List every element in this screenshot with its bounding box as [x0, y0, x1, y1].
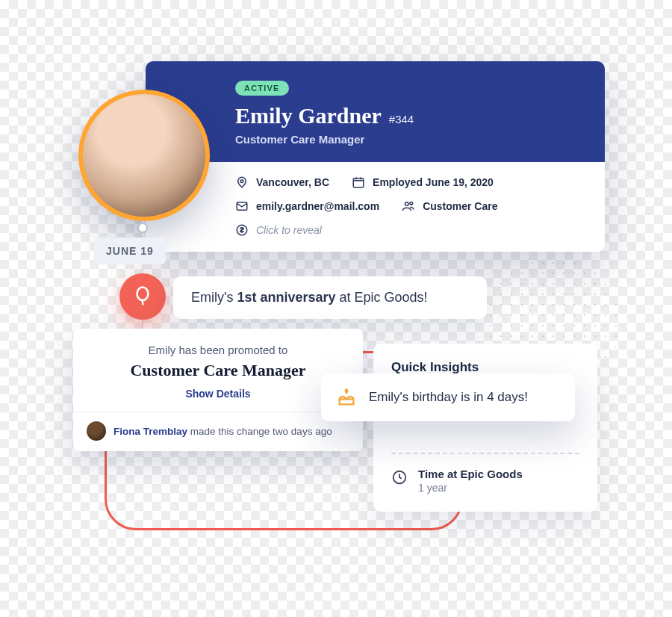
profile-card: ACTIVE Emily Gardner #344 Customer Care …: [146, 61, 605, 252]
promotion-card: Emily has been promoted to Customer Care…: [73, 329, 363, 451]
anniversary-event-card[interactable]: Emily's 1st anniversary at Epic Goods!: [173, 276, 487, 319]
avatar-image: [83, 94, 205, 217]
author-avatar[interactable]: [87, 421, 106, 441]
detail-salary[interactable]: Click to reveal: [235, 223, 322, 237]
salary-reveal-text: Click to reveal: [256, 224, 322, 236]
svg-rect-1: [353, 179, 364, 187]
svg-point-0: [240, 180, 243, 183]
svg-point-4: [410, 202, 413, 205]
birthday-callout[interactable]: Emily's birthday is in 4 days!: [321, 373, 575, 421]
profile-role: Customer Care Manager: [235, 133, 582, 146]
svg-point-3: [405, 202, 409, 206]
currency-icon: [235, 223, 249, 237]
svg-point-6: [137, 288, 149, 301]
profile-name: Emily Gardner: [235, 103, 382, 128]
detail-employed: Employed June 19, 2020: [352, 176, 494, 189]
quick-insights-title: Quick Insights: [391, 360, 579, 375]
divider: [73, 412, 363, 412]
email-text: emily.gardner@mail.com: [256, 200, 379, 212]
detail-team: Customer Care: [402, 199, 497, 213]
anniversary-text-prefix: Emily's: [191, 290, 237, 305]
detail-email[interactable]: emily.gardner@mail.com: [235, 199, 379, 213]
avatar[interactable]: [78, 90, 210, 221]
profile-header: ACTIVE Emily Gardner #344 Customer Care …: [146, 61, 605, 162]
quick-insights-card: Quick Insights Time at Epic Goods 1 year: [373, 344, 597, 512]
anniversary-text-suffix: at Epic Goods!: [336, 290, 428, 305]
clock-icon: [391, 469, 408, 486]
promotion-title: Customer Care Manager: [87, 361, 349, 380]
profile-id: #344: [389, 113, 414, 125]
anniversary-text-bold: 1st anniversary: [237, 290, 335, 305]
insights-divider: [391, 453, 579, 454]
timeline-date-pill: JUNE 19: [94, 238, 166, 264]
profile-details: Vancouver, BC Employed June 19, 2020 emi…: [146, 162, 605, 252]
detail-location: Vancouver, BC: [235, 176, 329, 189]
timeline-dot: [137, 223, 148, 233]
mail-icon: [235, 199, 249, 213]
birthday-text: Emily's birthday is in 4 days!: [369, 390, 528, 405]
promotion-footer-suffix: made this change two days ago: [187, 426, 332, 437]
status-badge: ACTIVE: [235, 81, 289, 96]
team-text: Customer Care: [423, 200, 497, 212]
insight-tenure-row: Time at Epic Goods 1 year: [391, 468, 579, 494]
tenure-label: Time at Epic Goods: [418, 468, 523, 480]
employed-text: Employed June 19, 2020: [373, 176, 494, 188]
birthday-cake-icon: [336, 387, 357, 408]
promotion-intro: Emily has been promoted to: [87, 344, 349, 356]
team-icon: [402, 199, 415, 213]
promotion-footer: Fiona Tremblay made this change two days…: [87, 421, 349, 441]
location-pin-icon: [235, 176, 249, 189]
tenure-value: 1 year: [418, 482, 523, 494]
location-text: Vancouver, BC: [256, 176, 329, 188]
author-link[interactable]: Fiona Tremblay: [113, 426, 187, 437]
anniversary-balloon-icon: [119, 273, 166, 320]
calendar-icon: [352, 176, 365, 189]
show-details-link[interactable]: Show Details: [87, 388, 349, 400]
